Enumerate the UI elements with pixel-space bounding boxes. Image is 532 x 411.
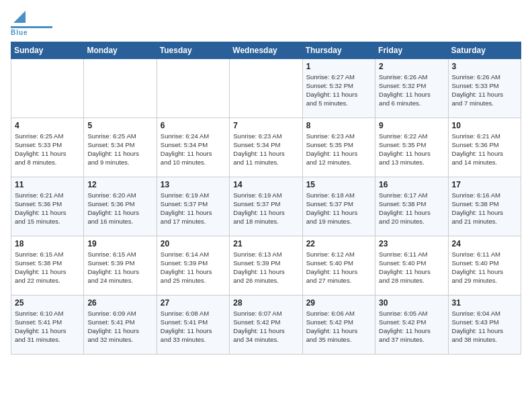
day-number: 13 <box>161 180 226 189</box>
calendar-cell: 19Sunrise: 6:15 AM Sunset: 5:39 PM Dayli… <box>84 236 157 295</box>
calendar-week-4: 18Sunrise: 6:15 AM Sunset: 5:38 PM Dayli… <box>11 236 521 295</box>
day-detail: Sunrise: 6:14 AM Sunset: 5:39 PM Dayligh… <box>161 250 226 285</box>
day-number: 7 <box>233 121 298 130</box>
calendar-week-1: 1Sunrise: 6:27 AM Sunset: 5:32 PM Daylig… <box>11 58 521 118</box>
calendar-cell: 16Sunrise: 6:17 AM Sunset: 5:38 PM Dayli… <box>375 177 448 236</box>
calendar-cell: 2Sunrise: 6:26 AM Sunset: 5:32 PM Daylig… <box>375 58 448 118</box>
calendar-cell: 7Sunrise: 6:23 AM Sunset: 5:34 PM Daylig… <box>230 118 302 177</box>
day-number: 29 <box>306 298 371 308</box>
calendar-cell: 27Sunrise: 6:08 AM Sunset: 5:41 PM Dayli… <box>157 295 229 354</box>
day-detail: Sunrise: 6:27 AM Sunset: 5:32 PM Dayligh… <box>306 73 371 108</box>
day-detail: Sunrise: 6:08 AM Sunset: 5:41 PM Dayligh… <box>161 309 226 345</box>
day-number: 18 <box>15 239 80 248</box>
day-detail: Sunrise: 6:26 AM Sunset: 5:32 PM Dayligh… <box>379 73 444 108</box>
calendar-cell: 31Sunrise: 6:04 AM Sunset: 5:43 PM Dayli… <box>448 295 521 354</box>
day-detail: Sunrise: 6:23 AM Sunset: 5:35 PM Dayligh… <box>306 132 371 167</box>
calendar-cell: 17Sunrise: 6:16 AM Sunset: 5:38 PM Dayli… <box>448 177 521 236</box>
day-detail: Sunrise: 6:22 AM Sunset: 5:35 PM Dayligh… <box>379 132 444 167</box>
weekday-header-friday: Friday <box>375 42 448 58</box>
calendar-cell: 29Sunrise: 6:06 AM Sunset: 5:42 PM Dayli… <box>302 295 375 354</box>
calendar-cell: 6Sunrise: 6:24 AM Sunset: 5:34 PM Daylig… <box>157 118 229 177</box>
day-number: 21 <box>233 239 298 248</box>
day-number: 16 <box>379 180 444 189</box>
day-detail: Sunrise: 6:19 AM Sunset: 5:37 PM Dayligh… <box>233 191 298 226</box>
day-detail: Sunrise: 6:20 AM Sunset: 5:36 PM Dayligh… <box>87 191 152 226</box>
day-detail: Sunrise: 6:09 AM Sunset: 5:41 PM Dayligh… <box>87 309 152 345</box>
day-detail: Sunrise: 6:12 AM Sunset: 5:40 PM Dayligh… <box>306 250 371 285</box>
day-number: 27 <box>161 298 226 308</box>
calendar-cell: 21Sunrise: 6:13 AM Sunset: 5:39 PM Dayli… <box>230 236 302 295</box>
calendar-cell: 23Sunrise: 6:11 AM Sunset: 5:40 PM Dayli… <box>375 236 448 295</box>
day-detail: Sunrise: 6:07 AM Sunset: 5:42 PM Dayligh… <box>233 309 298 345</box>
day-number: 3 <box>452 62 517 71</box>
calendar-cell: 12Sunrise: 6:20 AM Sunset: 5:36 PM Dayli… <box>84 177 157 236</box>
day-detail: Sunrise: 6:25 AM Sunset: 5:33 PM Dayligh… <box>15 132 80 167</box>
calendar-header: SundayMondayTuesdayWednesdayThursdayFrid… <box>11 42 521 58</box>
day-number: 9 <box>379 121 444 130</box>
calendar-cell: 14Sunrise: 6:19 AM Sunset: 5:37 PM Dayli… <box>230 177 302 236</box>
day-number: 17 <box>452 180 517 189</box>
day-number: 5 <box>87 121 152 130</box>
day-detail: Sunrise: 6:05 AM Sunset: 5:42 PM Dayligh… <box>379 309 444 345</box>
calendar-week-3: 11Sunrise: 6:21 AM Sunset: 5:36 PM Dayli… <box>11 177 521 236</box>
day-detail: Sunrise: 6:13 AM Sunset: 5:39 PM Dayligh… <box>233 250 298 285</box>
calendar-cell: 26Sunrise: 6:09 AM Sunset: 5:41 PM Dayli… <box>84 295 157 354</box>
day-detail: Sunrise: 6:23 AM Sunset: 5:34 PM Dayligh… <box>233 132 298 167</box>
logo-tagline: Blue <box>11 29 28 36</box>
day-number: 15 <box>306 180 371 189</box>
day-detail: Sunrise: 6:18 AM Sunset: 5:37 PM Dayligh… <box>306 191 371 226</box>
page-header: Blue <box>11 11 521 36</box>
day-detail: Sunrise: 6:06 AM Sunset: 5:42 PM Dayligh… <box>306 309 371 345</box>
day-number: 31 <box>452 298 517 308</box>
calendar-week-5: 25Sunrise: 6:10 AM Sunset: 5:41 PM Dayli… <box>11 295 521 354</box>
day-detail: Sunrise: 6:26 AM Sunset: 5:33 PM Dayligh… <box>452 73 517 108</box>
day-number: 14 <box>233 180 298 189</box>
day-number: 19 <box>87 239 152 248</box>
weekday-header-monday: Monday <box>84 42 157 58</box>
weekday-header-saturday: Saturday <box>448 42 521 58</box>
calendar-cell: 15Sunrise: 6:18 AM Sunset: 5:37 PM Dayli… <box>302 177 375 236</box>
day-detail: Sunrise: 6:21 AM Sunset: 5:36 PM Dayligh… <box>452 132 517 167</box>
calendar-cell: 30Sunrise: 6:05 AM Sunset: 5:42 PM Dayli… <box>375 295 448 354</box>
calendar-body: 1Sunrise: 6:27 AM Sunset: 5:32 PM Daylig… <box>11 58 521 354</box>
calendar-cell: 28Sunrise: 6:07 AM Sunset: 5:42 PM Dayli… <box>230 295 302 354</box>
calendar-cell: 8Sunrise: 6:23 AM Sunset: 5:35 PM Daylig… <box>302 118 375 177</box>
weekday-header-tuesday: Tuesday <box>157 42 229 58</box>
day-detail: Sunrise: 6:24 AM Sunset: 5:34 PM Dayligh… <box>161 132 226 167</box>
svg-marker-0 <box>13 11 26 23</box>
calendar-cell: 10Sunrise: 6:21 AM Sunset: 5:36 PM Dayli… <box>448 118 521 177</box>
day-number: 22 <box>306 239 371 248</box>
weekday-header-thursday: Thursday <box>302 42 375 58</box>
calendar-cell: 4Sunrise: 6:25 AM Sunset: 5:33 PM Daylig… <box>11 118 84 177</box>
calendar-cell <box>157 58 229 118</box>
day-detail: Sunrise: 6:19 AM Sunset: 5:37 PM Dayligh… <box>161 191 226 226</box>
calendar-cell <box>84 58 157 118</box>
logo: Blue <box>11 11 52 36</box>
day-number: 6 <box>161 121 226 130</box>
logo-triangle-icon <box>13 11 26 26</box>
day-detail: Sunrise: 6:15 AM Sunset: 5:38 PM Dayligh… <box>15 250 80 285</box>
day-number: 4 <box>15 121 80 130</box>
day-number: 11 <box>15 180 80 189</box>
weekday-header-sunday: Sunday <box>11 42 84 58</box>
day-detail: Sunrise: 6:21 AM Sunset: 5:36 PM Dayligh… <box>15 191 80 226</box>
day-number: 12 <box>87 180 152 189</box>
day-detail: Sunrise: 6:04 AM Sunset: 5:43 PM Dayligh… <box>452 309 517 345</box>
calendar-cell: 18Sunrise: 6:15 AM Sunset: 5:38 PM Dayli… <box>11 236 84 295</box>
calendar-cell: 25Sunrise: 6:10 AM Sunset: 5:41 PM Dayli… <box>11 295 84 354</box>
weekday-header-wednesday: Wednesday <box>230 42 302 58</box>
calendar-cell: 13Sunrise: 6:19 AM Sunset: 5:37 PM Dayli… <box>157 177 229 236</box>
calendar-table: SundayMondayTuesdayWednesdayThursdayFrid… <box>11 42 521 355</box>
day-detail: Sunrise: 6:11 AM Sunset: 5:40 PM Dayligh… <box>379 250 444 285</box>
calendar-cell: 1Sunrise: 6:27 AM Sunset: 5:32 PM Daylig… <box>302 58 375 118</box>
calendar-cell <box>230 58 302 118</box>
logo-divider <box>11 26 52 28</box>
day-detail: Sunrise: 6:15 AM Sunset: 5:39 PM Dayligh… <box>87 250 152 285</box>
day-number: 2 <box>379 62 444 71</box>
calendar-cell: 24Sunrise: 6:11 AM Sunset: 5:40 PM Dayli… <box>448 236 521 295</box>
day-number: 23 <box>379 239 444 248</box>
calendar-cell: 11Sunrise: 6:21 AM Sunset: 5:36 PM Dayli… <box>11 177 84 236</box>
day-number: 20 <box>161 239 226 248</box>
calendar-cell: 20Sunrise: 6:14 AM Sunset: 5:39 PM Dayli… <box>157 236 229 295</box>
day-number: 25 <box>15 298 80 308</box>
